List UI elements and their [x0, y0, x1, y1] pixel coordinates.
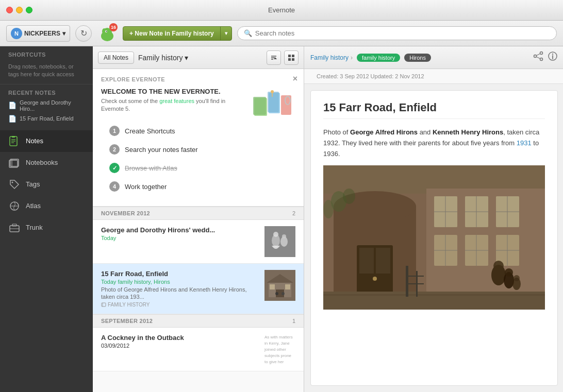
note-item-2-content: 15 Farr Road, Enfield Today family histo…	[101, 270, 259, 308]
explore-title: EXPLORE EVERNOTE	[101, 76, 295, 82]
note-item-2-title: 15 Farr Road, Enfield	[101, 270, 259, 278]
note-item-1-date: Today	[101, 235, 259, 241]
maximize-window-button[interactable]	[26, 7, 32, 13]
recent-note-item[interactable]: 📄 George and Dorothy Hiro...	[0, 98, 93, 113]
svg-rect-30	[268, 92, 279, 112]
note-item-2-thumb	[264, 270, 295, 301]
note-item-2-tags: family history, Hirons	[118, 279, 170, 285]
note-item-2[interactable]: 15 Farr Road, Enfield Today family histo…	[93, 264, 304, 314]
note-icon: 📄	[8, 101, 16, 109]
new-note-dropdown-icon[interactable]: ▾	[221, 27, 231, 39]
svg-rect-24	[292, 55, 294, 57]
close-window-button[interactable]	[6, 7, 13, 13]
window-controls	[6, 7, 32, 13]
welcome-image	[249, 88, 295, 118]
note-item-3[interactable]: A Cockney in the Outback 03/09/2012 As w…	[93, 328, 304, 371]
check-item-2[interactable]: 2 Search your notes faster	[101, 140, 295, 159]
note-list-header-icons	[267, 50, 299, 65]
svg-point-4	[106, 31, 107, 32]
note-list-panel: All Notes Family history ▾	[93, 46, 304, 392]
check-label-4: Work together	[125, 183, 167, 191]
sync-button[interactable]: ↻	[75, 25, 92, 42]
view-toggle-button[interactable]	[284, 50, 299, 65]
recent-note-label-2: 15 Farr Road, Enfield	[20, 115, 74, 122]
person-name-2: Kenneth Henry Hirons	[433, 128, 503, 136]
sync-icon: ↻	[80, 28, 87, 38]
year-link-1931[interactable]: 1931	[517, 139, 532, 147]
check-label-3: Browse with Atlas	[125, 164, 177, 172]
main-area: SHORTCUTS Drag notes, notebooks, or tags…	[0, 46, 563, 392]
welcome-link[interactable]: great features	[159, 98, 194, 104]
checklist: 1 Create Shortcuts 2 Search your notes f…	[101, 118, 295, 199]
svg-rect-26	[292, 58, 294, 61]
note-icon-2: 📄	[8, 115, 16, 123]
search-input[interactable]	[255, 29, 550, 37]
section-november-2012: NOVEMBER 2012 2	[93, 207, 304, 220]
section-title-sep: SEPTEMBER 2012	[101, 318, 153, 324]
notes-icon	[8, 135, 21, 147]
note-item-1-title: George and Dorothy Hirons' wedd...	[101, 226, 259, 234]
all-notes-button[interactable]: All Notes	[98, 52, 134, 64]
check-item-1[interactable]: 1 Create Shortcuts	[101, 122, 295, 140]
sidebar-item-notebooks-label: Notebooks	[26, 159, 58, 166]
house-photo-image	[323, 165, 545, 310]
new-note-label[interactable]: + New Note in Family history	[123, 27, 221, 40]
svg-rect-40	[102, 303, 106, 306]
user-button[interactable]: N NICKPEERS ▾	[6, 25, 70, 42]
svg-point-49	[281, 292, 285, 295]
recent-note-label: George and Dorothy Hiro...	[20, 99, 85, 112]
atlas-icon	[8, 200, 21, 212]
evernote-icon-button[interactable]: 16	[97, 23, 118, 44]
explore-close-button[interactable]: ×	[293, 74, 297, 83]
person-name-1: George Alfred Hirons	[350, 128, 418, 136]
section-count-nov: 2	[292, 210, 295, 216]
note-item-2-snippet: Photo of George Alfred Hirons and Kennet…	[101, 286, 259, 301]
notebook-selector[interactable]: Family history ▾	[138, 54, 188, 62]
check-item-3[interactable]: ✓ Browse with Atlas	[101, 159, 295, 177]
note-detail-title: 15 Farr Road, Enfield	[323, 101, 545, 119]
check-num-1: 1	[109, 126, 120, 136]
tags-icon	[8, 178, 21, 191]
notification-badge: 16	[109, 23, 118, 31]
svg-rect-25	[288, 58, 291, 61]
svg-rect-45	[270, 284, 275, 289]
breadcrumb-notebook[interactable]: Family history	[310, 54, 349, 61]
title-bar-left	[6, 7, 32, 13]
check-label-1: Create Shortcuts	[125, 127, 175, 135]
sidebar-item-notes[interactable]: Notes	[0, 130, 93, 152]
breadcrumb: Family history ›	[310, 54, 353, 61]
svg-rect-6	[12, 136, 15, 138]
tag-badge-family-history[interactable]: family history	[357, 54, 400, 62]
note-thumb-1-image	[264, 226, 295, 257]
welcome-subtitle: Check out some of the great features you…	[101, 97, 243, 113]
svg-rect-106	[323, 165, 545, 310]
new-note-button[interactable]: + New Note in Family history ▾	[123, 26, 232, 41]
toolbar: N NICKPEERS ▾ ↻ 16 + New Note in Family …	[0, 21, 563, 46]
info-icon[interactable]	[548, 51, 558, 64]
note-item-3-content: A Cockney in the Outback 03/09/2012	[101, 334, 259, 365]
sidebar-item-atlas[interactable]: Atlas	[0, 195, 93, 217]
svg-line-53	[537, 54, 540, 56]
note-list-header: All Notes Family history ▾	[93, 46, 304, 69]
welcome-text: WELCOME TO THE NEW EVERNOTE. Check out s…	[101, 88, 243, 118]
tag-badge-hirons[interactable]: Hirons	[404, 54, 431, 62]
minimize-window-button[interactable]	[16, 7, 23, 13]
check-item-4[interactable]: 4 Work together	[101, 177, 295, 196]
note-item-1[interactable]: George and Dorothy Hirons' wedd... Today	[93, 220, 304, 264]
sidebar-item-notebooks[interactable]: Notebooks	[0, 152, 93, 174]
sidebar-item-trunk[interactable]: Trunk	[0, 217, 93, 238]
shortcuts-hint: Drag notes, notebooks, or tags here for …	[0, 60, 93, 84]
share-icon[interactable]	[533, 51, 543, 64]
window-title: Evernote	[268, 6, 295, 14]
welcome-title: WELCOME TO THE NEW EVERNOTE.	[101, 88, 243, 95]
note-item-3-preview-text: As with matters in Kerry, Jane joined ot…	[264, 335, 293, 365]
notebook-icon-small	[101, 302, 106, 307]
user-avatar: N	[11, 28, 22, 39]
recent-note-item-2[interactable]: 📄 15 Farr Road, Enfield	[0, 113, 93, 124]
sidebar-item-tags[interactable]: Tags	[0, 174, 93, 195]
user-dropdown-icon: ▾	[62, 30, 65, 37]
note-photo	[323, 165, 545, 310]
user-name: NICKPEERS	[24, 30, 60, 37]
note-item-2-notebook: FAMILY HISTORY	[101, 302, 259, 308]
sort-button[interactable]	[267, 50, 281, 65]
